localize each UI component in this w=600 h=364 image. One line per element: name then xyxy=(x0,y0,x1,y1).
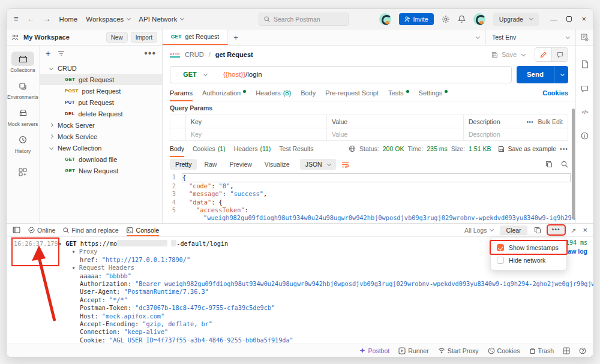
add-collection-button[interactable]: + xyxy=(46,49,50,58)
statusbar-start-proxy[interactable]: Start Proxy xyxy=(438,347,479,354)
find-and-replace[interactable]: Find and replace xyxy=(63,227,118,234)
rail-item-collections[interactable]: Collections xyxy=(7,52,39,73)
menu-item-show-timestamps[interactable]: Show timestamps xyxy=(491,241,566,254)
request-tab-body[interactable]: Body xyxy=(301,85,316,101)
tree-folder-mock-service[interactable]: Mock Service xyxy=(40,131,162,142)
globe-icon[interactable] xyxy=(349,145,356,152)
new-button[interactable]: New xyxy=(106,32,128,43)
statusbar-cookies[interactable]: Cookies xyxy=(488,347,520,354)
forward-icon[interactable]: → xyxy=(43,15,51,23)
minimize-button[interactable]: — xyxy=(550,16,557,23)
statusbar-help-icon[interactable] xyxy=(579,347,586,354)
row-checkbox-cell[interactable] xyxy=(170,115,186,128)
code-snippet-icon[interactable]: </> xyxy=(581,109,587,115)
rail-item-history[interactable]: History xyxy=(7,133,39,154)
environment-quick-look-icon[interactable] xyxy=(575,29,593,45)
send-options-chevron-icon[interactable] xyxy=(554,66,568,83)
rail-item-environments[interactable]: Environments xyxy=(7,79,39,100)
view-tab-visualize[interactable]: Visualize xyxy=(259,159,295,170)
param-input-value[interactable]: Value xyxy=(327,128,464,140)
response-more-icon[interactable]: ••• xyxy=(560,145,568,152)
documentation-icon[interactable] xyxy=(581,60,589,68)
sidebar-more-icon[interactable]: ••• xyxy=(144,48,156,59)
comment-icon[interactable] xyxy=(551,48,568,61)
back-icon[interactable]: ← xyxy=(27,15,35,23)
comment-icon[interactable] xyxy=(581,85,589,92)
search-input[interactable]: Search Postman xyxy=(259,13,349,26)
filter-icon[interactable] xyxy=(58,50,65,56)
workspace-title[interactable]: My Workspace xyxy=(23,34,70,41)
response-body-code[interactable]: 1{2"code": "0",3"message": "success",4"d… xyxy=(163,172,575,223)
panel-layout-icon[interactable] xyxy=(13,227,20,233)
send-button[interactable]: Send xyxy=(517,66,568,83)
search-icon[interactable] xyxy=(561,161,568,168)
new-tab-button[interactable]: + xyxy=(228,29,244,45)
menu-item-hide-network[interactable]: Hide network xyxy=(491,254,566,266)
notifications-bell-icon[interactable] xyxy=(458,15,466,23)
wrap-text-icon[interactable] xyxy=(341,161,349,168)
save-button[interactable]: Save xyxy=(487,49,530,60)
row-checkbox-cell[interactable] xyxy=(170,128,186,140)
statusbar-grid-icon[interactable] xyxy=(563,347,570,354)
import-button[interactable]: Import xyxy=(131,32,157,43)
tree-request-put-request[interactable]: PUTput Request xyxy=(40,97,162,108)
tree-request-post-request[interactable]: POSTpost Request xyxy=(40,85,162,97)
upgrade-button[interactable]: Upgrade xyxy=(493,13,539,26)
response-tab-headers[interactable]: Headers(11) xyxy=(234,141,271,157)
tree-folder-mock-server[interactable]: Mock Server xyxy=(40,119,162,131)
param-input-description[interactable]: Description xyxy=(464,128,568,140)
tree-folder-crud[interactable]: CRUD xyxy=(40,62,162,74)
copy-icon[interactable] xyxy=(534,227,541,234)
request-tab-settings[interactable]: Settings xyxy=(419,85,448,101)
view-tab-pretty[interactable]: Pretty xyxy=(170,159,197,170)
console-more-icon[interactable]: ••• xyxy=(548,225,565,234)
param-input-key[interactable]: Key xyxy=(186,128,327,140)
breadcrumb-collection[interactable]: CRUD xyxy=(185,51,204,58)
close-button[interactable]: × xyxy=(581,14,586,23)
format-selector[interactable]: JSON xyxy=(300,159,336,170)
user-avatar[interactable] xyxy=(473,13,485,25)
cookies-link[interactable]: Cookies xyxy=(542,89,568,97)
nav-home[interactable]: Home xyxy=(59,16,78,23)
nav-workspaces[interactable]: Workspaces xyxy=(86,16,130,23)
tree-request-new-request[interactable]: GETNew Request xyxy=(40,165,162,176)
statusbar-runner[interactable]: Runner xyxy=(398,347,428,354)
view-tab-preview[interactable]: Preview xyxy=(224,159,257,170)
checkbox-unchecked-icon[interactable] xyxy=(497,257,504,264)
tab-get-request[interactable]: GET get Request xyxy=(163,29,228,45)
vertical-scrollbar[interactable] xyxy=(572,109,575,219)
statusbar-postbot[interactable]: Postbot xyxy=(359,347,390,354)
tree-folder-new-collection[interactable]: New Collection xyxy=(40,142,162,154)
request-tab-pre-request-script[interactable]: Pre-request Script xyxy=(325,85,379,101)
rail-item-mock-servers[interactable]: Mock servers xyxy=(7,106,39,127)
log-filter-dropdown[interactable]: All Logs xyxy=(464,227,493,234)
online-status[interactable]: Online xyxy=(28,227,55,234)
response-tab-test-results[interactable]: Test Results xyxy=(279,141,313,157)
save-as-example-button[interactable]: Save as example xyxy=(498,145,556,152)
tree-request-download-file[interactable]: GETdownload file xyxy=(40,154,162,165)
response-tab-body[interactable]: Body xyxy=(170,141,184,157)
console-tab[interactable]: Console xyxy=(127,224,160,236)
url-input[interactable]: {{host}}/login xyxy=(220,71,511,78)
collapse-caret-icon[interactable]: ▾ xyxy=(72,248,79,255)
request-tab-authorization[interactable]: Authorization xyxy=(202,85,246,101)
statusbar-trash[interactable]: Trash xyxy=(529,347,554,354)
environment-selector[interactable]: Test Env xyxy=(485,29,575,45)
request-tab-params[interactable]: Params xyxy=(170,85,193,101)
hamburger-menu-icon[interactable]: ≡ xyxy=(14,15,19,23)
tree-request-get-request[interactable]: GETget Request xyxy=(40,74,162,85)
info-icon[interactable] xyxy=(581,132,589,140)
nav-api-network[interactable]: API Network xyxy=(139,16,184,23)
tab-overflow-chevron-icon[interactable] xyxy=(469,29,485,45)
settings-gear-icon[interactable] xyxy=(442,15,450,23)
clear-console-button[interactable]: Clear xyxy=(500,225,527,235)
collapse-caret-icon[interactable]: ▾ xyxy=(72,264,79,271)
tree-request-delete-request[interactable]: DELdelete Request xyxy=(40,108,162,119)
maximize-button[interactable] xyxy=(566,16,572,22)
bulk-edit-button[interactable]: •••Bulk Edit xyxy=(527,118,563,125)
edit-pencil-icon[interactable] xyxy=(535,48,551,61)
open-console-window-icon[interactable]: ↗ xyxy=(571,227,577,234)
add-panel-grid-icon[interactable] xyxy=(19,168,27,176)
invite-button[interactable]: Invite xyxy=(399,13,434,25)
method-selector[interactable]: GET xyxy=(170,71,220,78)
